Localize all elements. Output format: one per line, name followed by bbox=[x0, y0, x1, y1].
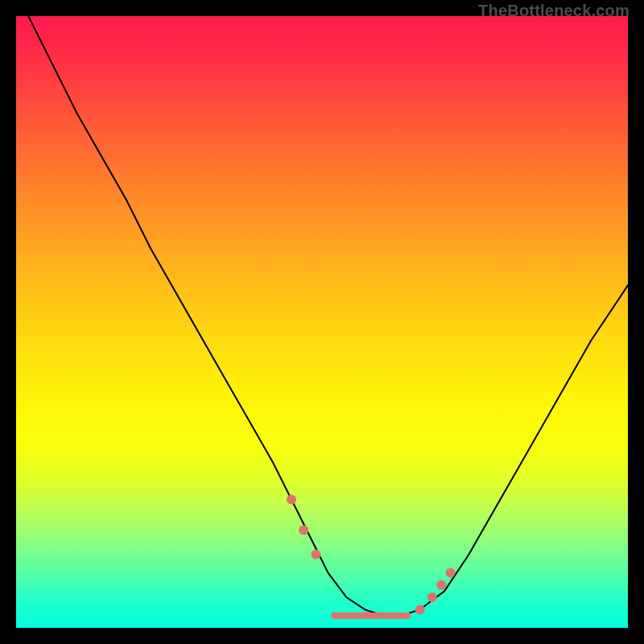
curve-markers bbox=[287, 494, 456, 615]
chart-frame: TheBottleneck.com bbox=[0, 0, 644, 644]
marker-dot bbox=[311, 550, 320, 559]
marker-dot bbox=[415, 605, 425, 614]
chart-svg bbox=[16, 16, 628, 628]
marker-dot bbox=[299, 525, 308, 535]
marker-dot bbox=[446, 568, 456, 578]
watermark-label: TheBottleneck.com bbox=[478, 2, 630, 20]
plot-area bbox=[16, 16, 628, 628]
marker-dot bbox=[427, 592, 437, 602]
marker-dot bbox=[436, 580, 446, 590]
bottleneck-curve bbox=[28, 16, 628, 616]
marker-dot bbox=[287, 494, 296, 504]
